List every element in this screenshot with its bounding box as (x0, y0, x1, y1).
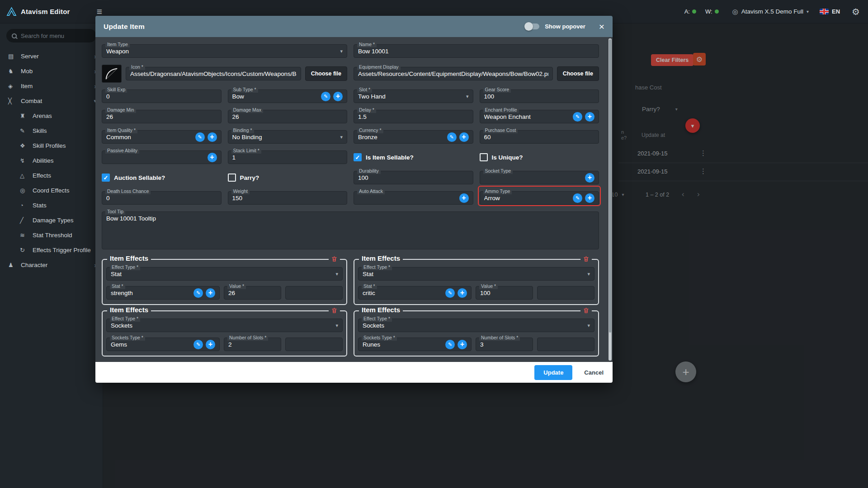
edit-pencil-icon[interactable]: ✎ (193, 340, 203, 349)
sub-type-field[interactable]: Sub Type * Bow ✎ + (228, 89, 348, 103)
add-plus-icon[interactable]: + (333, 92, 343, 101)
effect-type-select[interactable]: Effect Type * Stat ▾ (106, 267, 343, 281)
modal-scrollbar[interactable] (609, 38, 612, 361)
show-popover-toggle[interactable] (526, 23, 539, 29)
add-plus-icon[interactable]: + (206, 340, 215, 349)
add-plus-icon[interactable]: + (208, 132, 217, 142)
enchant-profile-field[interactable]: Enchant Profile Weapon Enchant ✎ + (480, 110, 599, 123)
death-loss-chance-field[interactable]: Death Loss Chance 0 (102, 191, 222, 205)
settings-gear-icon[interactable]: ⚙ (852, 6, 860, 17)
item-type-select[interactable]: Item Type Weapon ▾ (102, 44, 347, 58)
effect-extra-field[interactable] (285, 338, 343, 351)
delay-field[interactable]: Delay * 1.5 (354, 110, 473, 123)
delete-effect-trash-icon[interactable] (329, 255, 340, 263)
sidebar-item-effects-trigger-profile[interactable]: ↻ Effects Trigger Profile (0, 243, 103, 258)
icon-path-field[interactable]: Icon * Assets/Dragonsan/AtavismObjects/I… (126, 67, 301, 80)
damage-min-field[interactable]: Damage Min 26 (102, 110, 222, 123)
add-plus-icon[interactable]: + (459, 132, 469, 142)
edit-pencil-icon[interactable]: ✎ (445, 288, 455, 298)
equipment-display-choose-file-button[interactable]: Choose file (557, 66, 599, 81)
effect-type-select[interactable]: Effect Type * Sockets ▾ (358, 319, 594, 332)
effect-number-of-slots-field[interactable]: Number of Slots * 2 (224, 338, 281, 351)
ammo-type-field[interactable]: Ammo Type Arrow ✎ + (480, 191, 599, 205)
delete-effect-trash-icon[interactable] (580, 255, 592, 263)
effect-type-select[interactable]: Effect Type * Sockets ▾ (106, 319, 343, 332)
add-plus-icon[interactable]: + (458, 340, 467, 349)
sidebar-search[interactable]: Search for menu (6, 29, 96, 42)
effect-sockets-type-field[interactable]: Sockets Type * Gems ✎ + (106, 338, 220, 351)
edit-pencil-icon[interactable]: ✎ (573, 112, 582, 122)
effect-sockets-type-field[interactable]: Sockets Type * Runes ✎ + (358, 338, 472, 351)
edit-pencil-icon[interactable]: ✎ (195, 132, 205, 142)
sidebar-item-item[interactable]: ◈ Item › (0, 79, 103, 94)
is-unique-checkbox[interactable]: ✓ Is Unique? (480, 150, 599, 164)
update-button[interactable]: Update (534, 365, 572, 380)
add-plus-icon[interactable]: + (206, 288, 215, 298)
add-plus-icon[interactable]: + (585, 173, 594, 183)
edit-pencil-icon[interactable]: ✎ (573, 193, 582, 203)
weight-field[interactable]: Weight 150 (228, 191, 348, 205)
checkbox[interactable]: ✓ (102, 174, 110, 182)
add-plus-icon[interactable]: + (458, 288, 467, 298)
modal-scrollbar-thumb[interactable] (609, 39, 611, 333)
tool-tip-textarea[interactable]: Tool Tip Bow 10001 Tooltip (102, 211, 599, 249)
add-plus-icon[interactable]: + (459, 193, 469, 203)
effect-stat-field[interactable]: Stat * critic ✎ + (358, 286, 472, 300)
durability-field[interactable]: Durability 100 (354, 171, 473, 184)
parry-checkbox[interactable]: ✓ Parry? (228, 171, 348, 184)
add-plus-icon[interactable]: + (208, 153, 217, 162)
close-icon[interactable]: × (599, 22, 604, 31)
sidebar-item-mob[interactable]: ♞ Mob › (0, 64, 103, 79)
add-plus-icon[interactable]: + (585, 112, 594, 122)
purchase-cost-field[interactable]: Purchase Cost 60 (480, 130, 599, 144)
slot-select[interactable]: Slot * Two Hand ▾ (354, 89, 473, 103)
sidebar-item-damage-types[interactable]: ╱ Damage Types (0, 213, 103, 228)
damage-max-field[interactable]: Damage Max 26 (228, 110, 348, 123)
binding-select[interactable]: Binding * No Binding ▾ (228, 130, 348, 144)
delete-effect-trash-icon[interactable] (329, 306, 340, 314)
language-selector[interactable]: EN (820, 8, 840, 15)
effect-extra-field[interactable] (537, 286, 594, 300)
sidebar-item-skill-profiles[interactable]: ❖ Skill Profiles (0, 138, 103, 153)
edit-pencil-icon[interactable]: ✎ (193, 288, 203, 298)
equipment-display-field[interactable]: Equipment Display Assets/Resources/Conte… (354, 67, 553, 80)
checkbox[interactable]: ✓ (228, 174, 236, 182)
stack-limit-field[interactable]: Stack Limit * 1 (228, 150, 348, 164)
effect-stat-field[interactable]: Stat * strength ✎ + (106, 286, 220, 300)
sidebar-item-abilities[interactable]: ↯ Abilities (0, 153, 103, 168)
sidebar-item-stats[interactable]: ◔ Stats (0, 198, 103, 213)
hamburger-menu-icon[interactable]: ≡ (97, 7, 102, 16)
sidebar-item-character[interactable]: ♟ Character › (0, 258, 103, 272)
auto-attack-field[interactable]: Auto Attack + (354, 191, 473, 205)
add-plus-icon[interactable]: + (585, 193, 594, 203)
icon-choose-file-button[interactable]: Choose file (305, 66, 347, 81)
sidebar-item-server[interactable]: ▤ Server › (0, 49, 103, 64)
is-item-sellable-checkbox[interactable]: ✓ Is Item Sellable? (354, 150, 473, 164)
sidebar-item-skills[interactable]: ✎ Skills (0, 123, 103, 138)
name-field[interactable]: Name * Bow 10001 (354, 44, 599, 58)
effect-extra-field[interactable] (285, 286, 343, 300)
edit-pencil-icon[interactable]: ✎ (321, 92, 330, 101)
cancel-button[interactable]: Cancel (584, 369, 604, 376)
checkbox[interactable]: ✓ (480, 153, 488, 161)
edit-pencil-icon[interactable]: ✎ (445, 340, 455, 349)
sidebar-item-coord-effects[interactable]: ◎ Coord Effects (0, 183, 103, 198)
sidebar-item-arenas[interactable]: ♜ Arenas (0, 108, 103, 123)
sidebar-item-stat-threshold[interactable]: ≋ Stat Threshold (0, 228, 103, 243)
world-selector[interactable]: ◎ Atavism X.5 Demo Full ▾ (732, 8, 809, 16)
currency-field[interactable]: Currency * Bronze ✎ + (354, 130, 473, 144)
edit-pencil-icon[interactable]: ✎ (447, 132, 457, 142)
skill-exp-field[interactable]: Skill Exp 0 (102, 89, 222, 103)
effect-value-field[interactable]: Value * 100 (476, 286, 533, 300)
socket-type-field[interactable]: Socket Type + (480, 171, 599, 184)
effect-type-select[interactable]: Effect Type * Stat ▾ (358, 267, 594, 281)
passive-ability-field[interactable]: Passive Ability + (102, 150, 222, 164)
sidebar-item-effects[interactable]: △ Effects (0, 168, 103, 183)
effect-value-field[interactable]: Value * 26 (224, 286, 281, 300)
effect-extra-field[interactable] (537, 338, 594, 351)
sidebar-item-combat[interactable]: ╳ Combat ▾ (0, 94, 103, 108)
item-quality-field[interactable]: Item Quality * Common ✎ + (102, 130, 222, 144)
auction-sellable-checkbox[interactable]: ✓ Auction Sellable? (102, 171, 222, 184)
effect-number-of-slots-field[interactable]: Number of Slots * 3 (476, 338, 533, 351)
checkbox[interactable]: ✓ (354, 153, 362, 161)
